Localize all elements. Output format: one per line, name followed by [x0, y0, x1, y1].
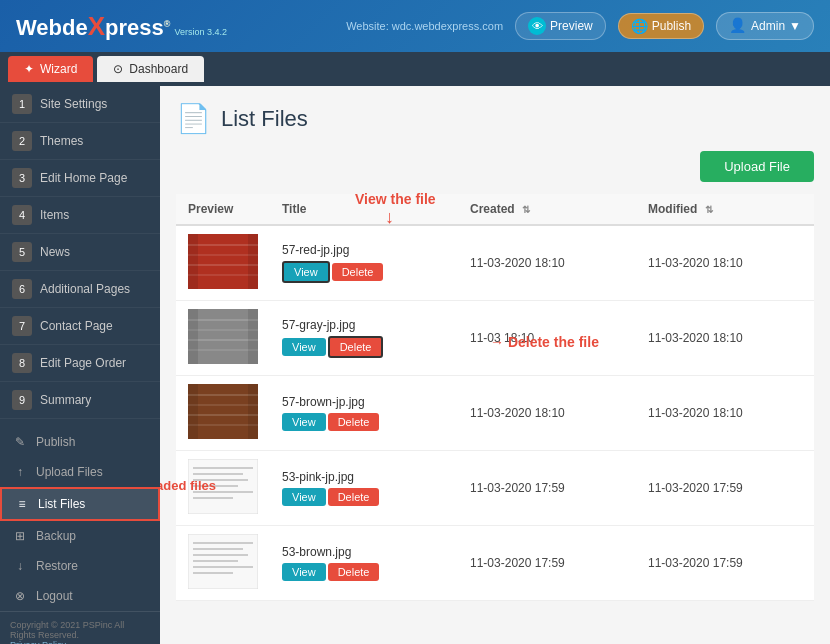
sidebar-label-site-settings: Site Settings — [40, 97, 107, 111]
file-name-cell: 53-brown.jpgViewDelete — [270, 526, 458, 601]
sidebar-action-backup-label: Backup — [36, 529, 76, 543]
nav-tabs: ✦ Wizard ⊙ Dashboard — [0, 52, 830, 86]
svg-rect-15 — [188, 394, 258, 396]
sidebar-action-publish-label: Publish — [36, 435, 75, 449]
delete-button[interactable]: Delete — [328, 413, 380, 431]
toolbar: Upload File — [176, 151, 814, 182]
modified-sort-icon[interactable]: ⇅ — [705, 204, 713, 215]
sidebar-action-restore-label: Restore — [36, 559, 78, 573]
sidebar-item-site-settings[interactable]: 1 Site Settings — [0, 86, 160, 123]
file-modified: 11-03-2020 17:59 — [636, 451, 814, 526]
view-button[interactable]: View — [282, 563, 326, 581]
tab-wizard[interactable]: ✦ Wizard — [8, 56, 93, 82]
file-modified: 11-03-2020 17:59 — [636, 526, 814, 601]
file-thumb-cell — [176, 376, 270, 451]
sidebar-item-summary[interactable]: 9 Summary — [0, 382, 160, 419]
sidebar-action-list-files-label: List Files — [38, 497, 85, 511]
file-thumb-cell — [176, 526, 270, 601]
view-button[interactable]: View — [282, 338, 326, 356]
globe-icon: 🌐 — [631, 18, 648, 34]
main-layout: 1 Site Settings 2 Themes 3 Edit Home Pag… — [0, 86, 830, 644]
svg-rect-19 — [188, 384, 198, 439]
sidebar-num-2: 2 — [12, 131, 32, 151]
view-button[interactable]: View — [282, 488, 326, 506]
svg-rect-31 — [193, 554, 248, 556]
svg-rect-32 — [193, 560, 238, 562]
table-row: 57-brown-jp.jpgViewDelete11-03-2020 18:1… — [176, 376, 814, 451]
file-thumb-cell — [176, 451, 270, 526]
website-url: Website: wdc.webdexpress.com — [346, 20, 503, 32]
svg-rect-3 — [188, 264, 258, 266]
file-name-cell: 57-gray-jp.jpgViewDelete — [270, 301, 458, 376]
table-row: 57-gray-jp.jpgViewDelete11-03 18:1011-03… — [176, 301, 814, 376]
file-created: 11-03-2020 18:10 — [458, 225, 636, 301]
file-modified: 11-03-2020 18:10 — [636, 376, 814, 451]
tab-dashboard[interactable]: ⊙ Dashboard — [97, 56, 204, 82]
sidebar-action-logout[interactable]: ⊗ Logout — [0, 581, 160, 611]
svg-rect-20 — [248, 384, 258, 439]
upload-file-button[interactable]: Upload File — [700, 151, 814, 182]
delete-button[interactable]: Delete — [328, 563, 380, 581]
preview-button[interactable]: 👁 Preview — [515, 12, 606, 40]
svg-rect-27 — [193, 497, 233, 499]
sidebar-item-items[interactable]: 4 Items — [0, 197, 160, 234]
sidebar-action-backup[interactable]: ⊞ Backup — [0, 521, 160, 551]
logo-text: WebdeXpress® — [16, 11, 170, 42]
sidebar-num-5: 5 — [12, 242, 32, 262]
col-title: Title — [270, 194, 458, 225]
publish-button[interactable]: 🌐 Publish — [618, 13, 704, 39]
header-right: Website: wdc.webdexpress.com 👁 Preview 🌐… — [346, 12, 814, 40]
sidebar-action-list-files[interactable]: ≡ List Files — [0, 487, 160, 521]
file-created: 11-03-2020 17:59 — [458, 526, 636, 601]
sidebar-item-contact[interactable]: 7 Contact Page — [0, 308, 160, 345]
svg-rect-8 — [188, 319, 258, 321]
svg-rect-34 — [193, 572, 233, 574]
sidebar-action-restore[interactable]: ↓ Restore — [0, 551, 160, 581]
admin-button[interactable]: 👤 Admin ▼ — [716, 12, 814, 40]
svg-rect-14 — [188, 384, 258, 439]
sidebar-item-edit-page-order[interactable]: 8 Edit Page Order — [0, 345, 160, 382]
svg-rect-2 — [188, 254, 258, 256]
file-name: 53-brown.jpg — [282, 545, 446, 559]
svg-rect-24 — [193, 479, 248, 481]
sidebar-item-themes[interactable]: 2 Themes — [0, 123, 160, 160]
admin-avatar-icon: 👤 — [729, 17, 747, 35]
sidebar-item-edit-home[interactable]: 3 Edit Home Page — [0, 160, 160, 197]
svg-rect-29 — [193, 542, 253, 544]
view-button[interactable]: View — [282, 413, 326, 431]
file-name: 57-gray-jp.jpg — [282, 318, 446, 332]
created-sort-icon[interactable]: ⇅ — [522, 204, 530, 215]
file-created: 11-03-2020 17:59 — [458, 451, 636, 526]
file-name-cell: 53-pink-jp.jpgViewDelete — [270, 451, 458, 526]
sidebar-item-news[interactable]: 5 News — [0, 234, 160, 271]
header: WebdeXpress® Version 3.4.2 Website: wdc.… — [0, 0, 830, 52]
svg-rect-30 — [193, 548, 243, 550]
svg-rect-6 — [248, 234, 258, 289]
svg-rect-17 — [188, 414, 258, 416]
sidebar-item-additional-pages[interactable]: 6 Additional Pages — [0, 271, 160, 308]
sidebar-num-7: 7 — [12, 316, 32, 336]
svg-rect-23 — [193, 473, 243, 475]
delete-button[interactable]: Delete — [328, 336, 384, 358]
file-name-cell: 57-brown-jp.jpgViewDelete — [270, 376, 458, 451]
file-modified: 11-03-2020 18:10 — [636, 301, 814, 376]
list-icon: ≡ — [14, 497, 30, 511]
table-head: Preview Title Created ⇅ Modified ⇅ — [176, 194, 814, 225]
wizard-icon: ✦ — [24, 62, 34, 76]
page-title: List Files — [221, 106, 308, 132]
svg-rect-7 — [188, 309, 258, 364]
wizard-label: Wizard — [40, 62, 77, 76]
copyright-text: Copyright © 2021 PSPinc All Rights Reser… — [10, 620, 150, 640]
sidebar-label-edit-home: Edit Home Page — [40, 171, 127, 185]
sidebar-label-news: News — [40, 245, 70, 259]
privacy-link[interactable]: Privacy Policy — [10, 640, 66, 644]
svg-rect-13 — [248, 309, 258, 364]
delete-button[interactable]: Delete — [332, 263, 384, 281]
view-button[interactable]: View — [282, 261, 330, 283]
delete-button[interactable]: Delete — [328, 488, 380, 506]
upload-icon: ↑ — [12, 465, 28, 479]
sidebar-action-upload[interactable]: ↑ Upload Files — [0, 457, 160, 487]
backup-icon: ⊞ — [12, 529, 28, 543]
svg-rect-33 — [193, 566, 253, 568]
sidebar-action-publish[interactable]: ✎ Publish — [0, 427, 160, 457]
